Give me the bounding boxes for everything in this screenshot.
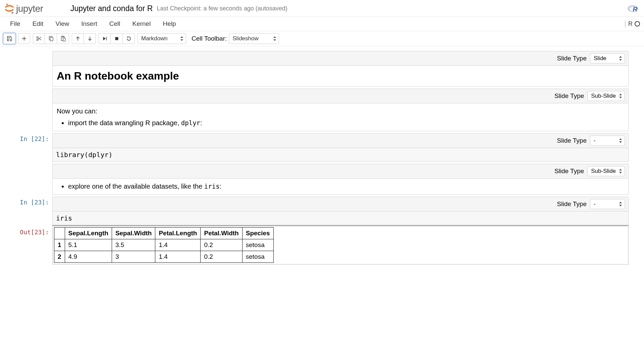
paste-icon [60, 36, 66, 42]
notebook-name[interactable]: Jupyter and conda for R [70, 4, 153, 13]
slide-toolbar: Slide Type Slide [52, 51, 629, 65]
paragraph: Now you can: [57, 107, 624, 115]
table-row: 2 4.9 3 1.4 0.2 setosa [54, 251, 274, 263]
table-header: Petal.Length [155, 228, 201, 239]
svg-rect-9 [50, 37, 53, 41]
table-header: Sepal.Width [112, 228, 155, 239]
restart-kernel-button[interactable] [123, 33, 135, 44]
header-bar: jupyter Jupyter and conda for R Last Che… [0, 0, 644, 17]
svg-text:R: R [633, 6, 637, 13]
cell-toolbar-select[interactable]: Slideshow [229, 33, 279, 44]
slide-type-select[interactable]: Sub-Slide [587, 166, 625, 176]
output-area: Sepal.Length Sepal.Width Petal.Length Pe… [52, 225, 629, 264]
table-header [54, 228, 65, 239]
table-cell: 1.4 [155, 239, 201, 251]
svg-point-1 [11, 12, 13, 14]
cell-toolbar-value: Slideshow [232, 35, 259, 42]
notebook-container: Slide Type Slide An R notebook example S… [0, 46, 644, 264]
cell-type-value: Markdown [141, 35, 167, 42]
table-cell: 3.5 [112, 239, 155, 251]
menu-file[interactable]: File [4, 17, 26, 31]
svg-rect-12 [63, 38, 65, 41]
caret-up-icon [619, 56, 622, 58]
code-input[interactable]: iris [52, 211, 629, 225]
prompt-empty [15, 164, 52, 166]
menu-view[interactable]: View [49, 17, 75, 31]
prompt-empty [15, 51, 52, 53]
code-input[interactable]: library(dplyr) [52, 148, 629, 162]
caret-up-icon [619, 169, 622, 171]
svg-rect-11 [62, 36, 64, 37]
cut-cell-button[interactable] [33, 33, 45, 44]
menu-edit[interactable]: Edit [26, 17, 50, 31]
move-cell-up-button[interactable] [72, 33, 84, 44]
save-button[interactable] [3, 33, 15, 44]
slide-type-value: Sub-Slide [591, 168, 616, 175]
output-table: Sepal.Length Sepal.Width Petal.Length Pe… [54, 227, 274, 263]
code-cell[interactable]: In [23]: Slide Type - iris Out[23]: [15, 197, 629, 264]
menu-insert[interactable]: Insert [75, 17, 103, 31]
table-row: 1 5.1 3.5 1.4 0.2 setosa [54, 239, 274, 251]
table-header: Species [242, 228, 273, 239]
slide-type-select[interactable]: Sub-Slide [587, 91, 625, 101]
caret-up-icon [180, 36, 183, 38]
slide-type-select[interactable]: Slide [590, 53, 625, 63]
slide-type-label: Slide Type [557, 55, 587, 62]
menu-kernel[interactable]: Kernel [126, 17, 157, 31]
caret-down-icon [180, 39, 183, 41]
cell-type-select[interactable]: Markdown [138, 33, 186, 44]
run-cell-button[interactable] [99, 33, 111, 44]
scissors-icon [36, 36, 42, 42]
move-cell-down-button[interactable] [84, 33, 96, 44]
slide-type-value: Sub-Slide [591, 93, 616, 99]
menu-cell[interactable]: Cell [103, 17, 126, 31]
table-header-row: Sepal.Length Sepal.Width Petal.Length Pe… [54, 228, 274, 239]
plus-icon [21, 36, 27, 42]
menubar: File Edit View Insert Cell Kernel Help R [0, 17, 644, 31]
slide-type-value: Slide [594, 55, 606, 62]
table-header: Sepal.Length [65, 228, 112, 239]
notebook-heading: An R notebook example [57, 70, 624, 82]
table-cell: 4.9 [65, 251, 112, 263]
copy-cell-button[interactable] [45, 33, 57, 44]
slide-type-select[interactable]: - [590, 136, 625, 146]
slide-type-label: Slide Type [554, 92, 584, 100]
caret-up-icon [619, 202, 622, 203]
table-cell: 5.1 [65, 239, 112, 251]
slide-type-label: Slide Type [554, 167, 584, 175]
paste-cell-button[interactable] [57, 33, 69, 44]
input-prompt: In [22]: [15, 133, 52, 142]
markdown-cell[interactable]: Slide Type Sub-Slide Now you can: import… [15, 89, 629, 131]
caret-down-icon [619, 141, 622, 143]
kernel-idle-icon [635, 21, 640, 27]
step-forward-icon [102, 36, 108, 42]
menu-help[interactable]: Help [157, 17, 182, 31]
svg-rect-13 [115, 37, 118, 40]
interrupt-kernel-button[interactable] [111, 33, 123, 44]
checkpoint-status: Last Checkpoint: a few seconds ago (auto… [157, 5, 287, 12]
output-prompt: Out[23]: [15, 225, 52, 236]
slide-type-label: Slide Type [557, 137, 587, 144]
list-item: explore one of the available datasets, l… [68, 183, 624, 190]
kernel-indicator: R [625, 20, 640, 28]
table-cell: 1.4 [155, 251, 201, 263]
arrow-up-icon [75, 36, 81, 42]
caret-down-icon [619, 59, 622, 61]
kernel-name-label: R [628, 20, 633, 28]
toolbar: Markdown Cell Toolbar: Slideshow [0, 31, 644, 46]
code-cell[interactable]: In [22]: Slide Type - library(dplyr) [15, 133, 629, 162]
restart-icon [126, 36, 132, 42]
prompt-empty [15, 89, 52, 91]
caret-up-icon [619, 94, 622, 95]
caret-down-icon [619, 205, 622, 206]
rendered-markdown: Now you can: import the data wrangling R… [52, 103, 629, 131]
slide-toolbar: Slide Type Sub-Slide [52, 89, 629, 103]
markdown-cell[interactable]: Slide Type Slide An R notebook example [15, 51, 629, 87]
stop-icon [114, 36, 120, 42]
table-cell: 1 [54, 239, 65, 251]
jupyter-logo: jupyter [4, 3, 64, 14]
input-prompt: In [23]: [15, 197, 52, 206]
slide-type-select[interactable]: - [590, 199, 625, 209]
markdown-cell[interactable]: Slide Type Sub-Slide explore one of the … [15, 164, 629, 195]
insert-cell-below-button[interactable] [18, 33, 30, 44]
